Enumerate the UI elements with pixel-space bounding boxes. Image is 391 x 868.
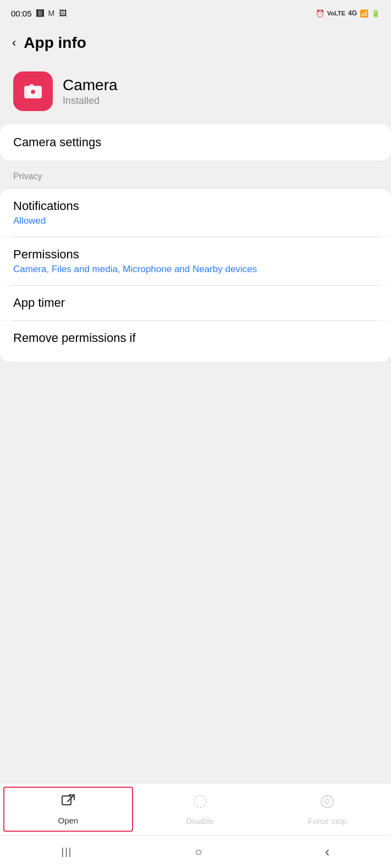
whatsapp-icon: 🅱 — [36, 9, 44, 18]
notifications-item[interactable]: Notifications Allowed — [0, 189, 391, 237]
app-info-card: Camera Installed — [0, 60, 391, 124]
svg-point-8 — [325, 799, 329, 804]
disable-icon — [192, 794, 208, 813]
status-right: ⏰ VoLTE 4G 📶 🔋 — [316, 9, 380, 18]
app-info-header: ‹ App info — [0, 24, 391, 60]
camera-app-icon-svg — [22, 80, 44, 102]
force-stop-action: Force stop — [263, 783, 391, 835]
app-details: Camera Installed — [63, 76, 118, 107]
status-bar: 00:05 🅱 M 🖼 ⏰ VoLTE 4G 📶 🔋 — [0, 0, 391, 24]
app-timer-title: App timer — [13, 296, 378, 310]
svg-point-6 — [194, 795, 206, 808]
camera-settings-label: Camera settings — [13, 135, 378, 150]
force-stop-icon — [320, 794, 335, 813]
home-button[interactable]: ○ — [195, 845, 202, 859]
disable-action: Disable — [136, 783, 264, 835]
app-icon — [13, 71, 53, 111]
svg-point-2 — [31, 90, 36, 95]
svg-point-4 — [38, 87, 41, 89]
notifications-title: Notifications — [13, 199, 378, 213]
status-left: 00:05 🅱 M 🖼 — [11, 9, 67, 18]
volte-icon: VoLTE — [327, 10, 345, 16]
navigation-bar: ||| ○ ‹ — [0, 835, 391, 868]
permissions-item[interactable]: Permissions Camera, Files and media, Mic… — [0, 237, 391, 285]
force-stop-label: Force stop — [308, 816, 347, 826]
permissions-subtitle: Camera, Files and media, Microphone and … — [13, 264, 378, 275]
status-time: 00:05 — [11, 9, 32, 18]
camera-settings-card[interactable]: Camera settings — [0, 124, 391, 161]
signal-icon: 📶 — [360, 9, 368, 18]
app-timer-item[interactable]: App timer — [0, 286, 391, 320]
notifications-subtitle: Allowed — [13, 215, 378, 226]
open-icon — [60, 793, 76, 812]
4g-icon: 4G — [348, 9, 357, 17]
svg-rect-5 — [62, 796, 71, 805]
remove-permissions-title: Remove permissions if — [13, 331, 378, 345]
back-nav-button[interactable]: ‹ — [325, 843, 330, 860]
battery-icon: 🔋 — [371, 9, 380, 18]
app-name: Camera — [63, 76, 118, 94]
remove-permissions-item[interactable]: Remove permissions if — [0, 321, 391, 362]
app-install-status: Installed — [63, 95, 118, 107]
back-button[interactable]: ‹ — [12, 36, 16, 50]
gmail-icon: M — [48, 9, 55, 18]
recent-apps-button[interactable]: ||| — [62, 846, 73, 858]
open-action[interactable]: Open — [3, 787, 133, 832]
privacy-sections: Notifications Allowed Permissions Camera… — [0, 189, 391, 362]
permissions-title: Permissions — [13, 247, 378, 262]
disable-label: Disable — [186, 816, 213, 826]
alarm-icon: ⏰ — [316, 9, 324, 18]
privacy-section-label: Privacy — [0, 164, 391, 186]
bottom-action-bar: Open Disable Force stop — [0, 783, 391, 835]
page-title: App info — [24, 34, 86, 52]
open-label: Open — [58, 816, 78, 825]
svg-rect-3 — [30, 84, 34, 86]
gallery-icon: 🖼 — [59, 9, 67, 18]
